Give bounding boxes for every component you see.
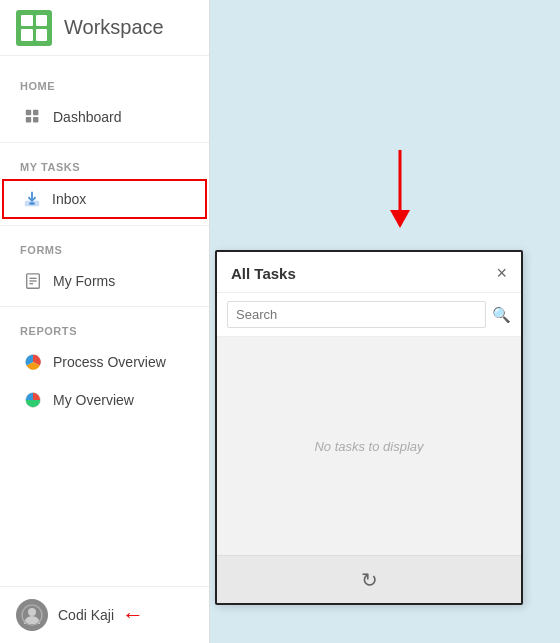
section-label-forms: FORMS — [0, 232, 209, 262]
modal-close-button[interactable]: × — [496, 264, 507, 282]
modal-body: No tasks to display — [217, 337, 521, 555]
sidebar-nav: HOME Dashboard MY TASKS — [0, 56, 209, 586]
sidebar-item-process-overview-label: Process Overview — [53, 354, 166, 370]
sidebar-item-dashboard[interactable]: Dashboard — [0, 98, 209, 136]
all-tasks-modal: All Tasks × 🔍 No tasks to display ↻ — [215, 250, 523, 605]
inbox-icon — [22, 189, 42, 209]
section-label-home: HOME — [0, 68, 209, 98]
sidebar-item-process-overview[interactable]: Process Overview — [0, 343, 209, 381]
svg-rect-2 — [26, 117, 31, 122]
svg-rect-1 — [33, 110, 38, 115]
sidebar-item-my-overview-label: My Overview — [53, 392, 134, 408]
modal-footer: ↻ — [217, 555, 521, 603]
process-overview-icon — [23, 352, 43, 372]
sidebar-item-my-forms-label: My Forms — [53, 273, 115, 289]
avatar — [16, 599, 48, 631]
forms-icon — [23, 271, 43, 291]
modal-header: All Tasks × — [217, 252, 521, 293]
svg-rect-3 — [33, 117, 38, 122]
user-name: Codi Kaji — [58, 607, 114, 623]
refresh-button[interactable]: ↻ — [361, 568, 378, 592]
divider3 — [0, 306, 209, 307]
sidebar-item-inbox[interactable]: Inbox — [2, 179, 207, 219]
user-profile[interactable]: Codi Kaji ← — [0, 586, 209, 643]
search-icon: 🔍 — [492, 306, 511, 324]
divider — [0, 142, 209, 143]
my-overview-icon — [23, 390, 43, 410]
svg-marker-16 — [390, 210, 410, 228]
app-title: Workspace — [64, 16, 164, 39]
section-label-tasks: MY TASKS — [0, 149, 209, 179]
sidebar-item-inbox-label: Inbox — [52, 191, 86, 207]
divider2 — [0, 225, 209, 226]
svg-rect-5 — [29, 202, 34, 205]
search-input[interactable] — [227, 301, 486, 328]
modal-search-bar: 🔍 — [217, 293, 521, 337]
down-arrow-annotation — [385, 150, 415, 234]
sidebar-header: Workspace — [0, 0, 209, 56]
sidebar: Workspace HOME Dashboard MY TASKS — [0, 0, 210, 643]
sidebar-item-dashboard-label: Dashboard — [53, 109, 122, 125]
modal-title: All Tasks — [231, 265, 296, 282]
left-arrow-annotation: ← — [122, 602, 144, 628]
app-logo-icon — [16, 10, 52, 46]
section-label-reports: REPORTS — [0, 313, 209, 343]
svg-rect-0 — [26, 110, 31, 115]
no-tasks-message: No tasks to display — [314, 439, 423, 454]
sidebar-item-my-overview[interactable]: My Overview — [0, 381, 209, 419]
svg-point-13 — [28, 608, 36, 616]
dashboard-icon — [23, 107, 43, 127]
sidebar-item-my-forms[interactable]: My Forms — [0, 262, 209, 300]
